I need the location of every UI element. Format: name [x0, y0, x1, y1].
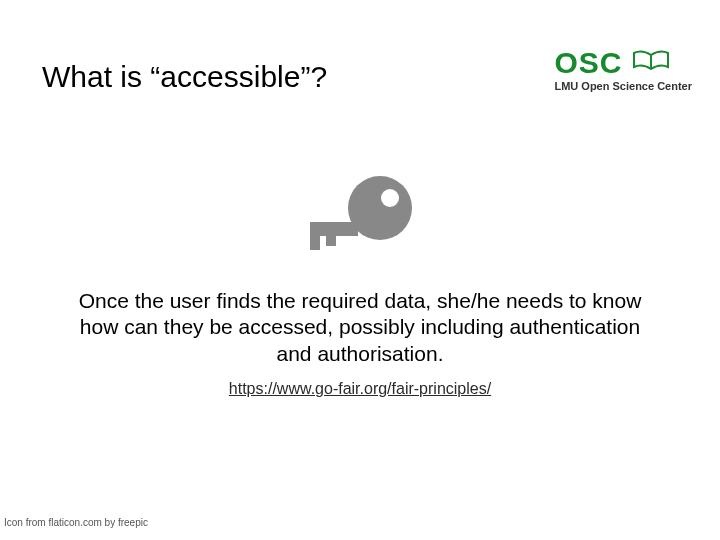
- book-icon: [632, 49, 670, 77]
- icon-credit: Icon from flaticon.com by freepic: [4, 517, 148, 528]
- svg-point-1: [381, 189, 399, 207]
- logo-subtitle: LMU Open Science Center: [554, 80, 692, 92]
- key-icon: [300, 170, 420, 274]
- svg-rect-3: [310, 236, 320, 250]
- source-link[interactable]: https://www.go-fair.org/fair-principles/: [0, 380, 720, 398]
- slide-title: What is “accessible”?: [42, 60, 327, 94]
- body-paragraph: Once the user finds the required data, s…: [60, 288, 660, 367]
- svg-rect-2: [310, 222, 358, 236]
- svg-rect-4: [326, 236, 336, 246]
- osc-logo: OSC LMU Open Science Center: [554, 48, 692, 92]
- logo-acronym: OSC: [554, 48, 622, 78]
